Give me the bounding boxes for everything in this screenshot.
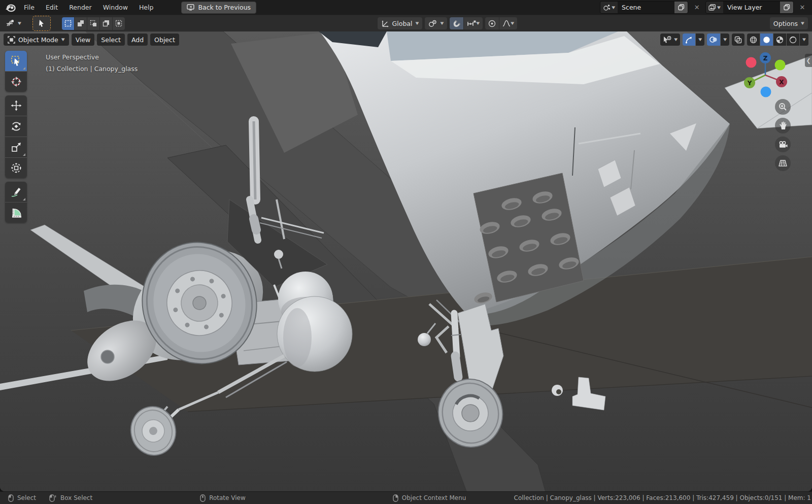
mouse-left-drag-icon: [49, 494, 57, 502]
tool-measure[interactable]: [5, 203, 27, 223]
menu-render[interactable]: Render: [63, 2, 97, 13]
scene-browse-button[interactable]: ▼: [600, 2, 618, 13]
topbar-right: ▼ Scene ✕ ▼: [600, 1, 808, 14]
shading-dropdown[interactable]: ▼: [800, 33, 808, 46]
menu-edit[interactable]: Edit: [40, 2, 63, 13]
pivot-point-dropdown[interactable]: ▼: [425, 17, 447, 29]
chevron-down-icon: ▼: [723, 38, 727, 42]
viewport-canvas[interactable]: [0, 31, 812, 491]
viewport-menu-object[interactable]: Object: [150, 33, 179, 46]
perspective-toggle-button[interactable]: [775, 155, 791, 171]
subtool-indicator: [23, 198, 25, 200]
tool-move[interactable]: [5, 95, 27, 116]
proportional-edit-toggle[interactable]: [485, 17, 499, 29]
3d-viewport[interactable]: Object Mode ▼ View Select Add Object ▼: [0, 31, 812, 491]
status-bar: Select Box Select Rotate View Object Con…: [0, 491, 812, 504]
menu-file[interactable]: File: [18, 2, 40, 13]
gizmo-y-ball[interactable]: Y: [744, 77, 755, 88]
viewport-menu-view[interactable]: View: [72, 33, 95, 46]
keymap-rotate-view: Rotate View: [200, 494, 246, 502]
object-mode-icon: [8, 36, 15, 44]
active-tool-indicator[interactable]: [32, 16, 51, 31]
menu-help[interactable]: Help: [133, 2, 159, 13]
scene-name[interactable]: Scene: [618, 4, 674, 11]
gizmo-z-ball[interactable]: Z: [760, 52, 771, 63]
options-dropdown[interactable]: Options ▼: [770, 17, 808, 29]
select-box-icon: [11, 55, 22, 66]
gizmos-dropdown[interactable]: ▼: [696, 33, 704, 46]
editor-type-button[interactable]: ▼: [4, 19, 23, 27]
transform-icon: [11, 162, 22, 174]
sidebar-toggle[interactable]: ❮: [805, 54, 812, 67]
select-mode-invert[interactable]: [100, 17, 112, 30]
blender-logo-icon[interactable]: [5, 3, 16, 12]
select-mode-new[interactable]: [62, 17, 74, 30]
tool-transform[interactable]: [5, 158, 27, 178]
show-gizmos-toggle[interactable]: [683, 33, 695, 46]
scene-unlink-button[interactable]: ✕: [691, 2, 702, 13]
view-name-text: User Perspective: [46, 51, 138, 63]
shading-solid-button[interactable]: [760, 33, 773, 46]
back-to-previous-button[interactable]: Back to Previous: [181, 2, 256, 14]
tool-scale[interactable]: [5, 137, 27, 157]
select-mode-subtract[interactable]: [87, 17, 99, 30]
chevron-down-icon: ▼: [802, 38, 806, 42]
view-layer-browse-button[interactable]: ▼: [706, 2, 723, 13]
chevron-down-icon: ▼: [18, 21, 21, 25]
viewport-info-text: User Perspective (1) Collection | Canopy…: [46, 51, 138, 75]
gizmo-neg-x-ball[interactable]: [746, 57, 757, 68]
shading-rendered-button[interactable]: [787, 33, 799, 46]
view-layer-name[interactable]: View Layer: [723, 4, 780, 11]
mode-dropdown[interactable]: Object Mode ▼: [4, 33, 69, 46]
xray-toggle[interactable]: [732, 33, 745, 46]
select-mode-group: [62, 17, 125, 30]
tool-rotate[interactable]: [5, 116, 27, 137]
shading-material-button[interactable]: [773, 33, 786, 46]
chevron-down-icon: ▼: [801, 21, 804, 25]
camera-view-button[interactable]: [775, 137, 791, 152]
select-mode-intersect[interactable]: [113, 17, 125, 30]
svg-text:Y: Y: [747, 80, 752, 87]
viewport-menu-select[interactable]: Select: [97, 33, 125, 46]
shading-wireframe-button[interactable]: [747, 33, 760, 46]
gizmo-x-ball[interactable]: X: [776, 76, 787, 87]
scene-selector[interactable]: ▼ Scene: [600, 1, 688, 14]
view-layer-selector[interactable]: ▼ View Layer: [705, 1, 794, 14]
rotate-icon: [11, 121, 22, 132]
pan-button[interactable]: [775, 118, 791, 133]
overlays-icon: [709, 36, 718, 43]
viewport-header: Object Mode ▼ View Select Add Object ▼: [4, 33, 808, 46]
tool-annotate[interactable]: [5, 182, 27, 202]
gizmo-neg-y-ball[interactable]: [775, 60, 786, 71]
overlays-dropdown[interactable]: ▼: [721, 33, 729, 46]
view-layer-new-button[interactable]: [780, 2, 793, 13]
visibility-dropdown[interactable]: ▼: [660, 33, 680, 46]
mouse-left-icon: [8, 494, 14, 502]
options-label: Options: [773, 20, 798, 27]
grid-perspective-icon: [779, 159, 787, 167]
transform-orientation-dropdown[interactable]: Global ▼: [378, 17, 423, 29]
viewport-menu-add[interactable]: Add: [127, 33, 148, 46]
proportional-falloff-dropdown[interactable]: ▼: [499, 17, 517, 29]
keymap-select: Select: [8, 494, 36, 502]
show-overlays-toggle[interactable]: [707, 33, 720, 46]
gizmo-icon: [685, 36, 693, 44]
svg-text:X: X: [779, 79, 784, 86]
tool-cursor[interactable]: [5, 72, 27, 92]
blender-window: File Edit Render Window Help Back to Pre…: [0, 0, 812, 504]
tool-select-box[interactable]: [5, 51, 27, 71]
view-layer-remove-button[interactable]: ✕: [797, 2, 808, 13]
xray-icon: [734, 36, 742, 44]
gizmo-neg-z-ball[interactable]: [761, 87, 771, 97]
scene-new-button[interactable]: [674, 2, 688, 13]
zoom-button[interactable]: [775, 99, 791, 115]
select-mode-extend[interactable]: [75, 17, 87, 30]
scene-statistics: Collection | Canopy_glass | Verts:223,00…: [514, 494, 811, 501]
navigation-gizmo[interactable]: Z X Y: [737, 47, 794, 104]
topbar: File Edit Render Window Help Back to Pre…: [0, 0, 812, 15]
pivot-icon: [428, 20, 437, 27]
snap-toggle[interactable]: [450, 17, 463, 29]
snap-with-dropdown[interactable]: ▼: [464, 17, 483, 29]
duplicate-icon: [678, 4, 685, 11]
menu-window[interactable]: Window: [97, 2, 133, 13]
